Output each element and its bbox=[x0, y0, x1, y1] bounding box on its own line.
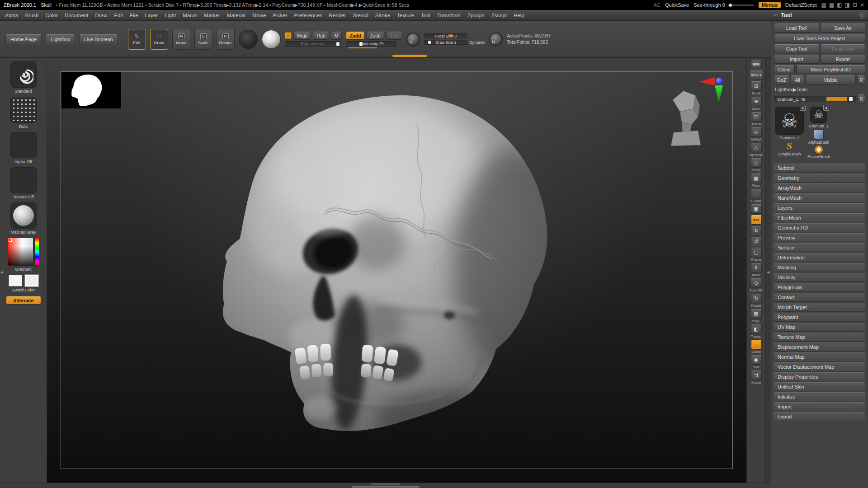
focal-shift-slider[interactable]: Focal Shift 0 bbox=[424, 33, 467, 38]
right-shelf-item[interactable]: ⇕ Move bbox=[751, 263, 762, 277]
right-shelf-item[interactable]: ⇉ Xpose bbox=[751, 371, 762, 385]
menu-item[interactable]: Material bbox=[224, 10, 249, 20]
tool-section-header[interactable]: ArrayMesh bbox=[774, 183, 865, 192]
lightbox-button[interactable]: LightBox bbox=[46, 34, 75, 44]
alpha-selector[interactable]: Alpha Off bbox=[10, 132, 37, 164]
menu-item[interactable]: Picker bbox=[270, 10, 291, 20]
switch-color[interactable]: SwitchColor bbox=[9, 275, 38, 292]
color-picker[interactable]: Gradient bbox=[8, 238, 39, 272]
right-shelf-item[interactable]: ½ AAHalf bbox=[751, 127, 762, 141]
menu-item[interactable]: Help bbox=[510, 10, 528, 20]
saturation-square[interactable] bbox=[8, 238, 33, 266]
goz-button[interactable]: GoZ bbox=[774, 75, 789, 84]
rotate-mode-button[interactable]: R Rotate bbox=[217, 29, 235, 50]
active-tool-thumbnail[interactable]: ☠ 4 bbox=[775, 107, 804, 135]
tool-section-header[interactable]: Visibility bbox=[774, 273, 865, 282]
right-shelf-item[interactable]: SPix 3 bbox=[749, 70, 763, 80]
right-shelf-item[interactable]: XYZ bbox=[751, 215, 762, 225]
menu-item[interactable]: Texture bbox=[394, 10, 418, 20]
dock-icon[interactable]: ⊡ bbox=[853, 2, 857, 8]
right-shelf-item[interactable]: ◉ Solo bbox=[751, 355, 762, 369]
main-color-swatch[interactable] bbox=[9, 275, 22, 286]
menu-item[interactable]: File bbox=[127, 10, 142, 20]
load-tool-button[interactable]: Load Tool bbox=[774, 23, 819, 33]
x-axis-arrow[interactable] bbox=[699, 77, 715, 85]
default-zscript-button[interactable]: DefaultZScript bbox=[785, 2, 817, 8]
m-button[interactable]: M bbox=[331, 32, 342, 40]
stroke-thumbnail[interactable] bbox=[10, 97, 37, 123]
right-shelf-item[interactable]: ↔ L.Sym bbox=[751, 189, 762, 203]
recent-tool-thumbnail[interactable]: ☠ 4 bbox=[810, 107, 827, 123]
tool-section-header[interactable]: FiberMesh bbox=[774, 213, 865, 222]
rgb-button[interactable]: Rgb bbox=[313, 32, 329, 40]
lightbox-divider-handle[interactable] bbox=[392, 55, 427, 57]
material-thumbnail[interactable] bbox=[262, 30, 281, 49]
right-shelf-icon[interactable]: ↻ bbox=[751, 294, 762, 303]
see-through-handle[interactable] bbox=[729, 4, 732, 7]
right-shelf-icon[interactable]: ↔ bbox=[751, 189, 762, 198]
color-gradient-picker[interactable] bbox=[8, 238, 39, 266]
tool-section-header[interactable]: Geometry HD bbox=[774, 223, 865, 232]
paste-tool-button[interactable]: Paste Tool bbox=[821, 44, 866, 53]
menu-item[interactable]: Color bbox=[42, 10, 61, 20]
copy-tool-button[interactable]: Copy Tool bbox=[774, 44, 819, 53]
quicksave-button[interactable]: QuickSave bbox=[665, 2, 689, 8]
right-shelf-icon[interactable]: ↺ bbox=[751, 237, 762, 246]
alpha-off-thumbnail[interactable] bbox=[10, 132, 37, 158]
clone-button[interactable]: Clone bbox=[774, 65, 795, 74]
menu-item[interactable]: Edit bbox=[111, 10, 127, 20]
right-shelf-icon[interactable]: ▦ bbox=[751, 174, 762, 183]
layout-right-icon[interactable]: ◨ bbox=[845, 2, 850, 8]
tool-section-header[interactable]: Display Properties bbox=[774, 372, 865, 381]
menus-toggle-button[interactable]: Menus bbox=[759, 2, 781, 8]
right-shelf-item[interactable]: ▦ Floor bbox=[751, 174, 762, 188]
right-shelf-icon[interactable]: ▣ bbox=[751, 204, 762, 214]
alphabrush-thumbnail[interactable] bbox=[814, 129, 824, 139]
tool-section-header[interactable]: Displacement Map bbox=[774, 343, 865, 352]
load-tools-from-project-button[interactable]: Load Tools From Project bbox=[774, 34, 865, 43]
goz-all-button[interactable]: All bbox=[791, 75, 804, 84]
menu-item[interactable]: Zplugin bbox=[464, 10, 488, 20]
right-shelf-icon[interactable]: ◧ bbox=[751, 324, 762, 334]
tool-section-header[interactable]: Layers bbox=[774, 203, 865, 212]
see-through-slider[interactable]: See-through 0 bbox=[693, 2, 754, 8]
layout-left-icon[interactable]: ◧ bbox=[837, 2, 842, 8]
tool-section-header[interactable]: Deformation bbox=[774, 253, 865, 262]
panel-dock-icon[interactable]: ↩ bbox=[774, 12, 778, 18]
stroke-selector[interactable]: Dots bbox=[10, 97, 37, 129]
import-button[interactable]: Import bbox=[774, 55, 819, 64]
tool-section-header[interactable]: Polypaint bbox=[774, 313, 865, 322]
right-shelf-item[interactable]: ↻ bbox=[751, 226, 762, 235]
mrgb-button[interactable]: Mrgb bbox=[293, 32, 311, 40]
dynamic-toggle[interactable]: Dynamic bbox=[469, 40, 485, 45]
tool-section-header[interactable]: Polygroups bbox=[774, 283, 865, 292]
right-shelf-icon[interactable]: ◌ bbox=[751, 340, 762, 349]
texture-selector[interactable]: Texture Off bbox=[10, 167, 37, 199]
right-shelf-item[interactable]: ⊕ Zoom bbox=[751, 97, 762, 111]
simplebrush-thumbnail[interactable]: S bbox=[787, 141, 792, 151]
brush-selector[interactable]: Standard bbox=[10, 61, 37, 94]
tool-section-header[interactable]: Morph Target bbox=[774, 303, 865, 312]
tray-collapse-arrow[interactable]: ◀ bbox=[0, 270, 3, 274]
tool-section-header[interactable]: Normal Map bbox=[774, 352, 865, 361]
right-shelf-icon[interactable]: ½ bbox=[751, 127, 762, 137]
close-icon[interactable]: ✕ bbox=[860, 2, 864, 8]
right-shelf-item[interactable]: ⊙ Zoom3D bbox=[750, 278, 763, 292]
right-shelf-icon[interactable]: ⊕ bbox=[751, 97, 762, 106]
orientation-gizmo[interactable] bbox=[660, 74, 728, 150]
right-shelf-item[interactable]: ▢ Frame bbox=[751, 248, 762, 262]
skull-sculpt[interactable] bbox=[61, 72, 732, 469]
right-shelf-item[interactable]: ↺ bbox=[751, 237, 762, 246]
right-shelf-item[interactable]: ▣ bbox=[751, 204, 762, 214]
right-shelf-icon[interactable]: △ bbox=[751, 143, 762, 152]
tool-section-header[interactable]: UV Map bbox=[774, 323, 865, 332]
right-shelf-icon[interactable]: ⊙ bbox=[750, 278, 761, 288]
tool-section-header[interactable]: Initialize bbox=[774, 392, 865, 401]
menu-item[interactable]: Draw bbox=[92, 10, 111, 20]
texture-off-thumbnail[interactable] bbox=[10, 167, 37, 193]
right-shelf-item[interactable]: ◌ Ghost bbox=[751, 340, 762, 354]
viewport[interactable] bbox=[47, 58, 746, 483]
export-button[interactable]: Export bbox=[821, 55, 866, 64]
menu-item[interactable]: Document bbox=[61, 10, 92, 20]
move-mode-button[interactable]: M Move bbox=[172, 29, 190, 50]
